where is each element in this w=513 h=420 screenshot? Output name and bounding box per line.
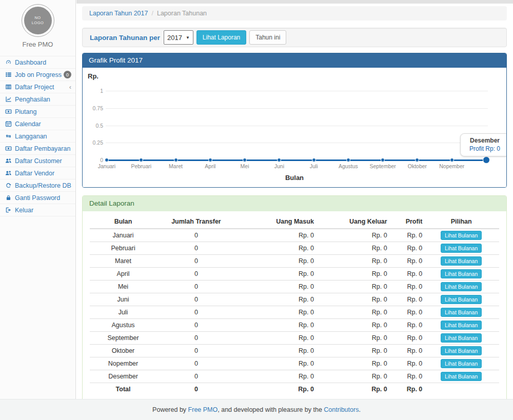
- sidebar-item-dashboard[interactable]: Dashboard: [0, 56, 75, 69]
- sidebar-item-ganti-password[interactable]: Ganti Password: [0, 192, 75, 204]
- cell-uang_masuk: Rp. 0: [236, 255, 315, 268]
- sidebar-item-calendar[interactable]: Calendar: [0, 118, 75, 130]
- cell-profit: Rp. 0: [388, 357, 424, 370]
- filter-label: Laporan Tahunan per: [90, 34, 160, 42]
- profit-chart-title: Grafik Profit 2017: [83, 53, 506, 68]
- sidebar-item-langganan[interactable]: Langganan: [0, 130, 75, 143]
- cell-bulan: Oktober: [90, 345, 156, 357]
- sidebar-item-backup-restore-db[interactable]: Backup/Restore DB: [0, 179, 75, 192]
- footer-text-suffix: .: [359, 406, 360, 413]
- cell-pilihan: [423, 383, 499, 395]
- monthly-report-table: BulanJumlah TransferUang MasukUang Kelua…: [90, 215, 499, 395]
- data-point-agustus[interactable]: [346, 158, 350, 162]
- cell-bulan: Januari: [90, 229, 156, 242]
- x-tick-label: Mei: [227, 163, 263, 169]
- view-monthly-button[interactable]: Lihat Bulanan: [441, 256, 482, 266]
- view-monthly-button[interactable]: Lihat Bulanan: [441, 321, 482, 330]
- sign-out-icon: [5, 207, 12, 213]
- data-point-pebruari[interactable]: [139, 158, 143, 162]
- gridline-y-1: [106, 91, 488, 91]
- table-row-juli: Juli0Rp. 0Rp. 0Rp. 0Lihat Bulanan: [90, 306, 499, 319]
- page-footer: Powered by Free PMO, and developed with …: [0, 399, 513, 420]
- sidebar-item-label: Ganti Password: [15, 194, 60, 202]
- sidebar-item-label: Calendar: [15, 121, 41, 128]
- x-tick-label: Juni: [261, 163, 297, 169]
- sidebar-item-daftar-project[interactable]: Daftar Project‹: [0, 81, 75, 93]
- cell-profit: Rp. 0: [388, 319, 424, 332]
- sidebar-item-job-on-progress[interactable]: Job on Progress0: [0, 69, 75, 81]
- cell-bulan: Mei: [90, 281, 156, 293]
- cell-uang_masuk: Rp. 0: [236, 293, 315, 306]
- cell-profit: Rp. 0: [388, 255, 424, 268]
- cell-profit: Rp. 0: [388, 268, 424, 281]
- view-report-button[interactable]: Lihat Laporan: [196, 30, 246, 45]
- cell-bulan: Maret: [90, 255, 156, 268]
- data-point-juli[interactable]: [312, 158, 316, 162]
- year-select[interactable]: 2017 ▼: [164, 30, 193, 45]
- data-point-mei[interactable]: [243, 158, 247, 162]
- sidebar-menu: DashboardJob on Progress0Daftar Project‹…: [0, 56, 75, 216]
- view-monthly-button[interactable]: Lihat Bulanan: [441, 333, 482, 343]
- x-tick-label: April: [192, 163, 228, 169]
- view-monthly-button[interactable]: Lihat Bulanan: [441, 359, 482, 368]
- cell-profit: Rp. 0: [388, 281, 424, 293]
- x-tick-label: Nopember: [434, 163, 470, 169]
- sidebar-item-keluar[interactable]: Keluar: [0, 204, 75, 216]
- view-monthly-button[interactable]: Lihat Bulanan: [441, 282, 482, 291]
- money-icon: [5, 145, 12, 152]
- chart-tooltip: Desember Profit Rp: 0: [460, 133, 506, 156]
- sidebar-item-daftar-pembayaran[interactable]: Daftar Pembayaran: [0, 143, 75, 155]
- breadcrumb-link[interactable]: Laporan Tahun 2017: [89, 10, 148, 17]
- users-icon: [5, 170, 12, 176]
- table-body: Januari0Rp. 0Rp. 0Rp. 0Lihat BulananPebr…: [90, 229, 499, 395]
- contributors-link[interactable]: Contributors: [324, 406, 359, 413]
- data-point-oktober[interactable]: [415, 158, 419, 162]
- cell-uang_masuk: Rp. 0: [236, 345, 315, 357]
- data-point-september[interactable]: [381, 158, 385, 162]
- cell-pilihan: Lihat Bulanan: [423, 268, 499, 281]
- view-monthly-button[interactable]: Lihat Bulanan: [441, 346, 482, 355]
- users-icon: [5, 157, 12, 164]
- data-point-nopember[interactable]: [450, 158, 454, 162]
- cell-jumlah_transfer: 0: [156, 242, 236, 255]
- footer-text-prefix: Powered by: [152, 406, 188, 413]
- logo-block: NO LOGO Free PMO: [0, 0, 75, 53]
- data-point-juni[interactable]: [277, 158, 281, 162]
- list-icon: [5, 71, 12, 78]
- cell-uang_masuk: Rp. 0: [236, 281, 315, 293]
- sidebar-item-penghasilan[interactable]: Penghasilan: [0, 93, 75, 106]
- free-pmo-link[interactable]: Free PMO: [188, 406, 218, 413]
- view-monthly-button[interactable]: Lihat Bulanan: [441, 295, 482, 304]
- tooltip-profit-value: Profit Rp: 0: [463, 145, 506, 152]
- y-tick-label: 0.5: [84, 123, 103, 129]
- detail-report-panel: Detail Laporan BulanJumlah TransferUang …: [82, 195, 507, 403]
- current-year-button[interactable]: Tahun ini: [249, 30, 286, 45]
- table-row-agustus: Agustus0Rp. 0Rp. 0Rp. 0Lihat Bulanan: [90, 319, 499, 332]
- sidebar-item-piutang[interactable]: Piutang: [0, 106, 75, 118]
- cell-pilihan: Lihat Bulanan: [423, 293, 499, 306]
- cell-bulan: Pebruari: [90, 242, 156, 255]
- data-point-maret[interactable]: [174, 158, 178, 162]
- data-point-april[interactable]: [208, 158, 212, 162]
- sidebar-item-daftar-vendor[interactable]: Daftar Vendor: [0, 167, 75, 179]
- table-head: BulanJumlah TransferUang MasukUang Kelua…: [90, 215, 499, 229]
- view-monthly-button[interactable]: Lihat Bulanan: [441, 308, 482, 317]
- breadcrumb: Laporan Tahun 2017 / Laporan Tahunan: [82, 6, 507, 21]
- logo-text-line1: NO: [34, 15, 41, 21]
- table-row-april: April0Rp. 0Rp. 0Rp. 0Lihat Bulanan: [90, 268, 499, 281]
- view-monthly-button[interactable]: Lihat Bulanan: [441, 231, 482, 240]
- cell-bulan: Total: [90, 383, 156, 395]
- column-header-uang-keluar: Uang Keluar: [315, 215, 388, 229]
- sidebar-item-label: Langganan: [15, 133, 47, 140]
- data-point-desember[interactable]: [483, 156, 490, 164]
- sidebar-item-label: Dashboard: [15, 59, 46, 66]
- cell-pilihan: Lihat Bulanan: [423, 242, 499, 255]
- data-point-januari[interactable]: [105, 158, 109, 162]
- view-monthly-button[interactable]: Lihat Bulanan: [441, 372, 482, 381]
- cell-pilihan: Lihat Bulanan: [423, 306, 499, 319]
- view-monthly-button[interactable]: Lihat Bulanan: [441, 269, 482, 278]
- sidebar-item-daftar-customer[interactable]: Daftar Customer: [0, 155, 75, 167]
- view-monthly-button[interactable]: Lihat Bulanan: [441, 244, 482, 253]
- cell-bulan: Desember: [90, 370, 156, 383]
- cell-uang_keluar: Rp. 0: [315, 332, 388, 345]
